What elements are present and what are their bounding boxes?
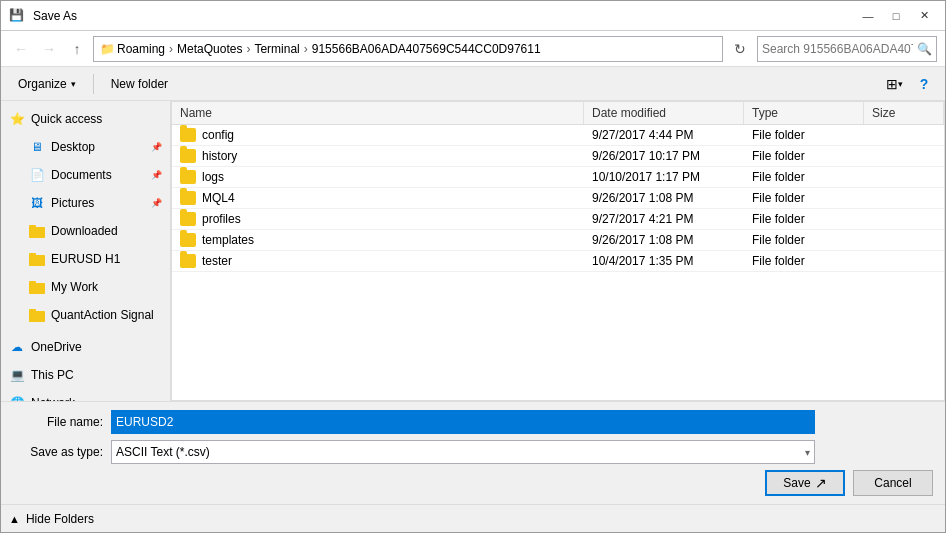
sidebar-item-documents[interactable]: 📄 Documents 📌 bbox=[1, 161, 170, 189]
saveas-value: ASCII Text (*.csv) bbox=[116, 445, 210, 459]
file-cell-type: File folder bbox=[744, 230, 864, 250]
file-name: templates bbox=[202, 233, 254, 247]
table-row[interactable]: templates 9/26/2017 1:08 PM File folder bbox=[172, 230, 944, 251]
my-work-folder-icon bbox=[29, 279, 45, 295]
sidebar-item-network[interactable]: 🌐 Network bbox=[1, 389, 170, 401]
file-cell-name: templates bbox=[172, 230, 584, 250]
saveas-dropdown[interactable]: ASCII Text (*.csv) ▾ bbox=[111, 440, 815, 464]
minimize-button[interactable]: — bbox=[855, 7, 881, 25]
sidebar-item-desktop[interactable]: 🖥 Desktop 📌 bbox=[1, 133, 170, 161]
file-cell-name: MQL4 bbox=[172, 188, 584, 208]
pictures-icon: 🖼 bbox=[29, 195, 45, 211]
save-button[interactable]: Save ↗ bbox=[765, 470, 845, 496]
file-name: config bbox=[202, 128, 234, 142]
view-icon: ⊞ bbox=[886, 76, 898, 92]
saveas-label: Save as type: bbox=[13, 445, 103, 459]
file-cell-name: logs bbox=[172, 167, 584, 187]
documents-icon: 📄 bbox=[29, 167, 45, 183]
close-button[interactable]: ✕ bbox=[911, 7, 937, 25]
sidebar-label-this-pc: This PC bbox=[31, 368, 74, 382]
save-label: Save bbox=[783, 476, 810, 490]
maximize-button[interactable]: □ bbox=[883, 7, 909, 25]
forward-button[interactable]: → bbox=[37, 37, 61, 61]
view-button[interactable]: ⊞ ▾ bbox=[881, 71, 907, 97]
quick-access-icon: ⭐ bbox=[9, 111, 25, 127]
file-cell-date: 10/4/2017 1:35 PM bbox=[584, 251, 744, 271]
sidebar-item-eurusd[interactable]: EURUSD H1 bbox=[1, 245, 170, 273]
file-list: Name Date modified Type Size config 9/27… bbox=[171, 101, 945, 401]
eurusd-folder-icon bbox=[29, 251, 45, 267]
search-icon: 🔍 bbox=[917, 42, 932, 56]
table-row[interactable]: logs 10/10/2017 1:17 PM File folder bbox=[172, 167, 944, 188]
help-button[interactable]: ? bbox=[911, 71, 937, 97]
col-header-type[interactable]: Type bbox=[744, 102, 864, 124]
file-cell-size bbox=[864, 258, 944, 264]
table-row[interactable]: tester 10/4/2017 1:35 PM File folder bbox=[172, 251, 944, 272]
col-header-name[interactable]: Name bbox=[172, 102, 584, 124]
file-cell-type: File folder bbox=[744, 125, 864, 145]
file-cell-type: File folder bbox=[744, 167, 864, 187]
back-button[interactable]: ← bbox=[9, 37, 33, 61]
sidebar-item-onedrive[interactable]: ☁ OneDrive bbox=[1, 333, 170, 361]
file-cell-date: 9/27/2017 4:21 PM bbox=[584, 209, 744, 229]
folder-icon bbox=[180, 254, 196, 268]
sidebar-item-downloaded[interactable]: Downloaded bbox=[1, 217, 170, 245]
col-header-size[interactable]: Size bbox=[864, 102, 944, 124]
path-folder-icon: 📁 bbox=[100, 42, 115, 56]
file-name: profiles bbox=[202, 212, 241, 226]
downloaded-folder-icon bbox=[29, 223, 45, 239]
file-list-header: Name Date modified Type Size bbox=[172, 102, 944, 125]
path-roaming: Roaming bbox=[117, 42, 165, 56]
folder-icon bbox=[180, 233, 196, 247]
sidebar-label-downloaded: Downloaded bbox=[51, 224, 118, 238]
this-pc-icon: 💻 bbox=[9, 367, 25, 383]
cancel-label: Cancel bbox=[874, 476, 911, 490]
table-row[interactable]: profiles 9/27/2017 4:21 PM File folder bbox=[172, 209, 944, 230]
sidebar-label-my-work: My Work bbox=[51, 280, 98, 294]
table-row[interactable]: MQL4 9/26/2017 1:08 PM File folder bbox=[172, 188, 944, 209]
path-arrow-1: › bbox=[169, 42, 173, 56]
file-cell-type: File folder bbox=[744, 251, 864, 271]
address-bar: ← → ↑ 📁 Roaming › MetaQuotes › Terminal … bbox=[1, 31, 945, 67]
search-box: 🔍 bbox=[757, 36, 937, 62]
address-path[interactable]: 📁 Roaming › MetaQuotes › Terminal › 9155… bbox=[93, 36, 723, 62]
filename-row: File name: bbox=[13, 410, 933, 434]
cancel-button[interactable]: Cancel bbox=[853, 470, 933, 496]
pin-icon-desktop: 📌 bbox=[151, 142, 162, 152]
path-guid: 915566BA06ADA407569C544CC0D97611 bbox=[312, 42, 541, 56]
file-cell-type: File folder bbox=[744, 188, 864, 208]
quantaction-folder-icon bbox=[29, 307, 45, 323]
file-cell-size bbox=[864, 153, 944, 159]
filename-input[interactable] bbox=[111, 410, 815, 434]
sidebar-item-my-work[interactable]: My Work bbox=[1, 273, 170, 301]
col-header-date[interactable]: Date modified bbox=[584, 102, 744, 124]
file-cell-type: File folder bbox=[744, 146, 864, 166]
folder-icon bbox=[180, 170, 196, 184]
sidebar-item-pictures[interactable]: 🖼 Pictures 📌 bbox=[1, 189, 170, 217]
toolbar-right: ⊞ ▾ ? bbox=[881, 71, 937, 97]
sidebar-item-quantaction[interactable]: QuantAction Signal bbox=[1, 301, 170, 329]
pin-icon-documents: 📌 bbox=[151, 170, 162, 180]
svg-rect-7 bbox=[29, 309, 36, 313]
sidebar-item-this-pc[interactable]: 💻 This PC bbox=[1, 361, 170, 389]
sidebar-label-desktop: Desktop bbox=[51, 140, 95, 154]
hide-folders-bar[interactable]: ▲ Hide Folders bbox=[1, 504, 945, 532]
sidebar-item-quick-access[interactable]: ⭐ Quick access bbox=[1, 105, 170, 133]
title-bar-left: 💾 Save As bbox=[9, 8, 77, 24]
refresh-button[interactable]: ↻ bbox=[727, 36, 753, 62]
file-cell-size bbox=[864, 195, 944, 201]
new-folder-button[interactable]: New folder bbox=[102, 71, 177, 97]
toolbar: Organize ▾ New folder ⊞ ▾ ? bbox=[1, 67, 945, 101]
table-row[interactable]: history 9/26/2017 10:17 PM File folder bbox=[172, 146, 944, 167]
desktop-icon: 🖥 bbox=[29, 139, 45, 155]
organize-dropdown-icon: ▾ bbox=[71, 79, 76, 89]
bottom-actions: Save ↗ Cancel bbox=[13, 470, 933, 496]
hide-folders-label: Hide Folders bbox=[26, 512, 94, 526]
file-name: tester bbox=[202, 254, 232, 268]
up-button[interactable]: ↑ bbox=[65, 37, 89, 61]
file-cell-size bbox=[864, 216, 944, 222]
search-input[interactable] bbox=[762, 42, 913, 56]
table-row[interactable]: config 9/27/2017 4:44 PM File folder bbox=[172, 125, 944, 146]
organize-button[interactable]: Organize ▾ bbox=[9, 71, 85, 97]
saveas-row: Save as type: ASCII Text (*.csv) ▾ bbox=[13, 440, 933, 464]
